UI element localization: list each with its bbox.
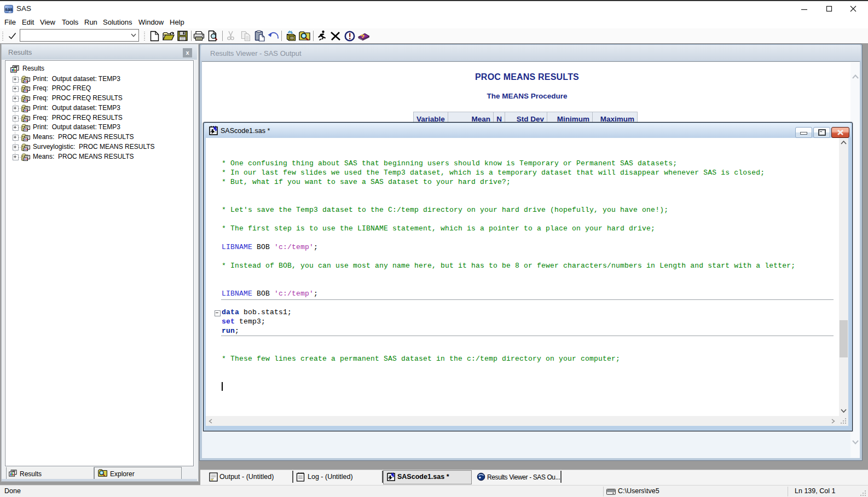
svg-text:sas: sas bbox=[5, 7, 13, 12]
